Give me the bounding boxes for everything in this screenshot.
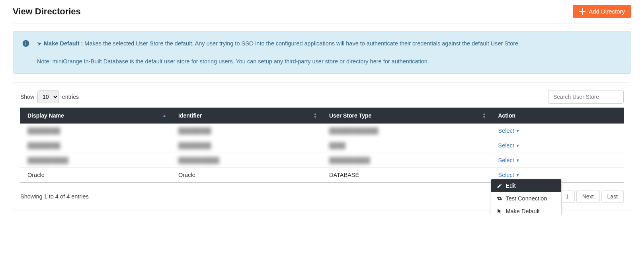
cell-identifier: Oracle	[171, 168, 322, 183]
cell-display-name: ████████	[20, 138, 171, 153]
cell-user-store-type: ██████████	[322, 153, 491, 168]
table-row: ████████████████████████████Select ▼	[20, 124, 624, 138]
add-directory-label: Add Directory	[589, 8, 625, 15]
info-make-default-text: Makes the selected User Store the defaul…	[83, 40, 520, 47]
cell-user-store-type: ████	[322, 138, 491, 153]
caret-down-icon: ▼	[516, 129, 520, 133]
col-action: Action	[491, 108, 624, 124]
dropdown-make-default[interactable]: Make Default	[491, 205, 561, 215]
cell-display-name: ██████████	[20, 153, 171, 168]
cell-user-store-type: DATABASE	[322, 168, 491, 183]
select-dropdown-trigger[interactable]: Select ▼	[498, 157, 519, 163]
edit-icon	[497, 183, 502, 188]
info-banner: ➤ Make Default : Makes the selected User…	[13, 31, 631, 74]
dropdown-test-connection[interactable]: Test Connection	[491, 192, 561, 205]
caret-down-icon: ▼	[516, 173, 520, 177]
search-input[interactable]	[548, 90, 624, 104]
page-last-button[interactable]: Last	[601, 190, 624, 203]
cell-action: Select ▼	[491, 124, 624, 138]
gears-icon	[497, 196, 502, 201]
directories-table: Display Name▲ Identifier▲▼ User Store Ty…	[20, 108, 624, 183]
info-note: Note: miniOrange In-Built Database is th…	[37, 57, 520, 66]
select-dropdown-trigger[interactable]: Select ▼	[498, 142, 519, 149]
cell-identifier: ██████████	[171, 153, 322, 168]
col-display-name[interactable]: Display Name▲	[20, 108, 171, 124]
sort-icon: ▲▼	[482, 112, 486, 119]
plus-icon	[579, 8, 585, 15]
add-directory-button[interactable]: Add Directory	[573, 5, 631, 18]
page-title: View Directories	[13, 6, 81, 17]
sort-icon: ▲▼	[313, 112, 317, 119]
directories-card: Show 10 entries Display Name▲ Identifier…	[13, 82, 631, 210]
cell-identifier: ████████	[171, 138, 322, 153]
cursor-icon: ➤	[35, 38, 43, 49]
svg-rect-1	[25, 43, 26, 45]
cell-user-store-type: ████████████	[322, 124, 491, 138]
entries-select[interactable]: 10	[37, 90, 59, 103]
select-dropdown-trigger[interactable]: Select ▼	[498, 172, 519, 178]
cell-action: Select ▼EditTest ConnectionMake DefaultS…	[491, 168, 624, 183]
table-row: OracleOracleDATABASESelect ▼EditTest Con…	[20, 168, 624, 183]
cell-identifier: ████████	[171, 124, 322, 138]
info-make-default-label: Make Default :	[44, 40, 83, 47]
dropdown-edit[interactable]: Edit	[491, 179, 561, 192]
cell-display-name: Oracle	[20, 168, 171, 183]
info-icon	[22, 39, 30, 66]
col-identifier[interactable]: Identifier▲▼	[171, 108, 322, 124]
page-number-button[interactable]: 1	[560, 190, 575, 203]
table-row: ████████████████████Select ▼	[20, 138, 624, 153]
cell-display-name: ████████	[20, 124, 171, 138]
action-dropdown-menu: EditTest ConnectionMake DefaultShow SSO …	[491, 179, 562, 215]
caret-down-icon: ▼	[516, 158, 520, 163]
table-row: ██████████████████████████████Select ▼	[20, 153, 624, 168]
svg-point-2	[25, 41, 26, 42]
info-make-default-line: ➤ Make Default : Makes the selected User…	[37, 39, 520, 48]
caret-down-icon: ▼	[516, 143, 520, 148]
col-user-store-type[interactable]: User Store Type▲▼	[322, 108, 491, 124]
cell-action: Select ▼	[491, 153, 624, 168]
show-label-pre: Show	[20, 94, 34, 100]
show-entries-control: Show 10 entries	[20, 90, 79, 103]
show-label-post: entries	[62, 94, 79, 100]
page-next-button[interactable]: Next	[576, 190, 600, 203]
cell-action: Select ▼	[491, 138, 624, 153]
table-footer-info: Showing 1 to 4 of 4 entries	[20, 193, 89, 200]
cursor-icon	[497, 208, 502, 214]
sort-asc-icon: ▲	[162, 114, 166, 117]
select-dropdown-trigger[interactable]: Select ▼	[498, 128, 519, 134]
